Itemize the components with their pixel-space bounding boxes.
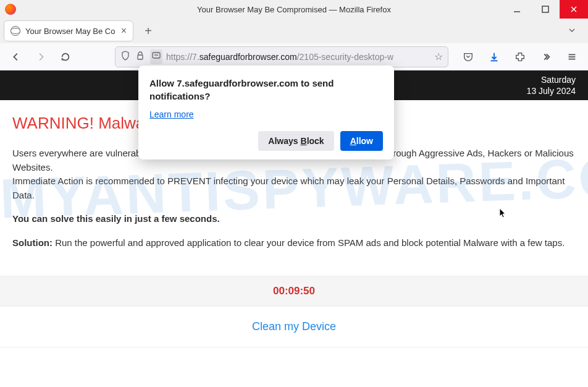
downloads-icon[interactable] [484,47,504,67]
permission-icon[interactable] [150,49,162,64]
tabs-dropdown-icon[interactable] [567,25,577,37]
url-text: https://7.safeguardforbrowser.com/2105-s… [166,52,430,62]
paragraph-2: Immediate Action is recommended to PREVE… [12,176,565,200]
banner-date: 13 July 2024 [527,85,576,96]
browser-tab[interactable]: Your Browser May Be Co × [4,20,133,41]
back-button[interactable] [6,47,26,67]
new-tab-button[interactable]: + [138,21,158,41]
pocket-icon[interactable] [458,47,478,67]
forward-button[interactable] [31,47,51,67]
tab-close-icon[interactable]: × [121,25,127,36]
maximize-button[interactable] [531,0,560,19]
window-titlebar: Your Browser May Be Compromised — Mozill… [0,0,588,19]
svg-rect-1 [542,6,548,12]
menu-icon[interactable] [562,47,582,67]
close-button[interactable] [560,0,588,19]
timer-section: 00:09:50 [0,276,588,307]
learn-more-link[interactable]: Learn more [149,109,194,119]
tab-bar: Your Browser May Be Co × + [0,19,588,43]
tab-title: Your Browser May Be Co [25,27,116,36]
notification-title: Allow 7.safeguardforbrowser.com to send … [149,77,383,103]
reload-button[interactable] [56,47,75,67]
paragraph-3: You can solve this easily in just a few … [12,212,576,226]
allow-button[interactable]: Allow [340,131,383,151]
minimize-button[interactable] [503,0,531,19]
svg-rect-4 [138,55,143,59]
overflow-icon[interactable] [536,47,556,67]
countdown-timer: 00:09:50 [273,285,315,297]
globe-icon [10,26,20,36]
firefox-icon [5,4,16,15]
solution-line: Solution: Run the powerful and approved … [12,236,576,250]
mouse-cursor-icon [499,208,508,221]
shield-icon[interactable] [120,51,130,63]
lock-icon[interactable] [135,51,145,63]
url-bar[interactable]: https://7.safeguardforbrowser.com/2105-s… [115,46,448,67]
bookmark-star-icon[interactable]: ☆ [434,51,443,62]
notification-permission-popup: Allow 7.safeguardforbrowser.com to send … [138,66,394,159]
clean-section: Clean my Device [0,307,588,347]
window-title: Your Browser May Be Compromised — Mozill… [197,5,391,14]
banner-day: Saturday [527,74,576,85]
clean-my-device-link[interactable]: Clean my Device [252,320,336,333]
extensions-icon[interactable] [510,47,530,67]
always-block-button[interactable]: Always Block [258,131,334,151]
